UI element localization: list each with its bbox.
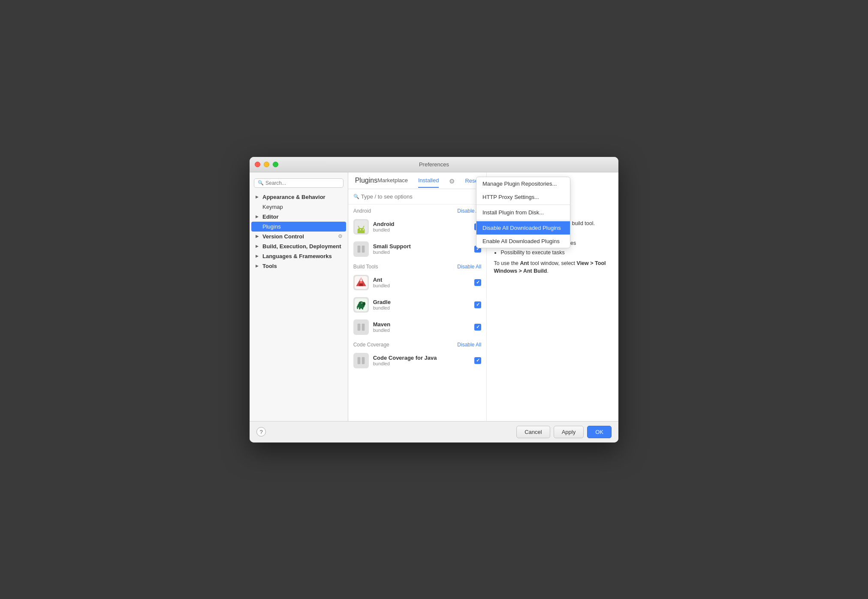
plugin-search-row: 🔍 ⋮ bbox=[348, 189, 487, 205]
window-title: Preferences bbox=[419, 161, 449, 168]
dropdown-disable-all[interactable]: Disable All Downloaded Plugins bbox=[476, 221, 570, 235]
plugin-android-sub: bundled bbox=[373, 227, 470, 232]
smali-logo-svg bbox=[355, 243, 368, 256]
arrow-icon: ▶ bbox=[256, 244, 261, 248]
svg-rect-5 bbox=[357, 245, 360, 253]
svg-rect-1 bbox=[359, 228, 363, 233]
disable-all-coverage[interactable]: Disable All bbox=[457, 342, 481, 348]
vc-left: ▶ Version Control bbox=[256, 233, 304, 240]
bottom-actions: Cancel Apply OK bbox=[516, 426, 612, 438]
svg-rect-4 bbox=[355, 243, 368, 256]
search-icon: 🔍 bbox=[258, 180, 264, 186]
plugin-android-name: Android bbox=[373, 221, 470, 227]
sidebar-item-version-control[interactable]: ▶ Version Control ⚙ bbox=[250, 232, 348, 241]
plugin-item-ant[interactable]: Ant bundled bbox=[348, 271, 487, 294]
minimize-button[interactable] bbox=[264, 162, 269, 167]
sidebar-item-label: Languages & Frameworks bbox=[262, 253, 332, 259]
svg-rect-6 bbox=[362, 245, 365, 253]
plugin-smali-name: Smali Support bbox=[373, 243, 470, 250]
tab-installed[interactable]: Installed bbox=[418, 177, 439, 188]
plugin-search-inner: 🔍 bbox=[353, 193, 471, 200]
plugin-coverage-name: Code Coverage for Java bbox=[373, 355, 470, 361]
sidebar-item-languages[interactable]: ▶ Languages & Frameworks bbox=[250, 251, 348, 261]
android-icon bbox=[353, 219, 369, 235]
plugin-search-input[interactable] bbox=[361, 193, 471, 200]
coverage-icon bbox=[353, 353, 369, 368]
sidebar-item-label: Build, Execution, Deployment bbox=[262, 243, 341, 250]
plugin-ant-name: Ant bbox=[373, 277, 470, 283]
plugin-item-maven[interactable]: Maven bundled bbox=[348, 316, 487, 338]
apply-button[interactable]: Apply bbox=[554, 426, 584, 438]
svg-point-17 bbox=[362, 303, 362, 303]
svg-rect-20 bbox=[355, 321, 368, 334]
plugins-title: Plugins bbox=[355, 177, 377, 189]
traffic-lights bbox=[255, 162, 278, 167]
search-icon: 🔍 bbox=[353, 194, 359, 199]
ok-button[interactable]: OK bbox=[587, 426, 612, 438]
dropdown-enable-all[interactable]: Enable All Downloaded Plugins bbox=[476, 235, 570, 248]
coverage-checkbox[interactable] bbox=[474, 357, 481, 364]
help-button[interactable]: ? bbox=[256, 427, 266, 436]
sidebar-item-plugins[interactable]: Plugins bbox=[251, 222, 346, 232]
sidebar-item-label: Appearance & Behavior bbox=[262, 194, 326, 200]
plugin-item-coverage[interactable]: Code Coverage for Java bundled bbox=[348, 349, 487, 372]
dropdown-install-disk[interactable]: Install Plugin from Disk... bbox=[476, 206, 570, 219]
tabs: Marketplace Installed ⚙ Reset bbox=[377, 177, 479, 188]
plugin-maven-name: Maven bbox=[373, 321, 470, 328]
category-build-header: Build Tools Disable All bbox=[348, 260, 487, 271]
arrow-icon: ▶ bbox=[256, 214, 261, 219]
gradle-checkbox[interactable] bbox=[474, 301, 481, 308]
plugin-gradle-name: Gradle bbox=[373, 299, 470, 305]
sidebar-item-tools[interactable]: ▶ Tools bbox=[250, 261, 348, 271]
ant-checkbox[interactable] bbox=[474, 279, 481, 286]
gear-icon[interactable]: ⚙ bbox=[449, 178, 455, 188]
maven-checkbox[interactable] bbox=[474, 324, 481, 331]
svg-point-3 bbox=[362, 229, 364, 230]
category-build-label: Build Tools bbox=[353, 264, 378, 270]
sidebar-item-keymap[interactable]: Keymap bbox=[250, 202, 348, 212]
sidebar-item-appearance[interactable]: ▶ Appearance & Behavior bbox=[250, 192, 348, 202]
svg-rect-25 bbox=[362, 357, 365, 364]
arrow-icon: ▶ bbox=[256, 264, 261, 268]
dropdown-http-proxy[interactable]: HTTP Proxy Settings... bbox=[476, 190, 570, 204]
titlebar: Preferences bbox=[250, 157, 618, 172]
sidebar-item-build[interactable]: ▶ Build, Execution, Deployment bbox=[250, 241, 348, 251]
main-panel: Plugins Marketplace Installed ⚙ Reset 🔍 … bbox=[348, 172, 487, 421]
plugin-maven-info: Maven bundled bbox=[373, 321, 470, 333]
dropdown-separator-2 bbox=[476, 220, 570, 220]
cancel-button[interactable]: Cancel bbox=[516, 426, 550, 438]
plugin-coverage-sub: bundled bbox=[373, 361, 470, 366]
sidebar: 🔍 ▶ Appearance & Behavior Keymap ▶ Edito… bbox=[250, 172, 348, 421]
disable-all-build[interactable]: Disable All bbox=[457, 264, 481, 270]
plugin-item-smali[interactable]: Smali Support bundled bbox=[348, 238, 487, 260]
sidebar-search-input[interactable] bbox=[265, 180, 340, 186]
svg-rect-24 bbox=[357, 357, 360, 364]
plugin-item-gradle[interactable]: Gradle bundled bbox=[348, 294, 487, 316]
svg-rect-18 bbox=[359, 307, 360, 309]
arrow-icon: ▶ bbox=[256, 234, 261, 238]
svg-rect-22 bbox=[362, 323, 365, 331]
ant-logo-svg bbox=[355, 276, 368, 289]
plugin-gradle-sub: bundled bbox=[373, 305, 470, 310]
dropdown-manage-repos[interactable]: Manage Plugin Repositories... bbox=[476, 177, 570, 190]
dropdown-separator bbox=[476, 205, 570, 205]
plugin-item-android[interactable]: Android bundled bbox=[348, 216, 487, 238]
plugin-ant-info: Ant bundled bbox=[373, 277, 470, 288]
preferences-window: Preferences 🔍 ▶ Appearance & Behavior Ke… bbox=[250, 157, 618, 442]
svg-rect-19 bbox=[362, 307, 363, 309]
tab-marketplace[interactable]: Marketplace bbox=[377, 177, 408, 188]
category-label: Android bbox=[353, 208, 371, 214]
arrow-icon: ▶ bbox=[256, 195, 261, 199]
plugin-list: Android Disable All bbox=[348, 205, 487, 421]
plugins-header: Plugins Marketplace Installed ⚙ Reset bbox=[348, 172, 487, 189]
svg-rect-23 bbox=[355, 354, 368, 367]
close-button[interactable] bbox=[255, 162, 260, 167]
android-logo-svg bbox=[355, 220, 368, 233]
sidebar-search-box[interactable]: 🔍 bbox=[254, 178, 344, 188]
sidebar-item-editor[interactable]: ▶ Editor bbox=[250, 212, 348, 222]
plugin-smali-sub: bundled bbox=[373, 250, 470, 255]
bottom-bar: ? Cancel Apply OK bbox=[250, 421, 618, 442]
sidebar-item-label: Tools bbox=[262, 263, 277, 269]
maximize-button[interactable] bbox=[273, 162, 278, 167]
plugin-gradle-info: Gradle bundled bbox=[373, 299, 470, 310]
